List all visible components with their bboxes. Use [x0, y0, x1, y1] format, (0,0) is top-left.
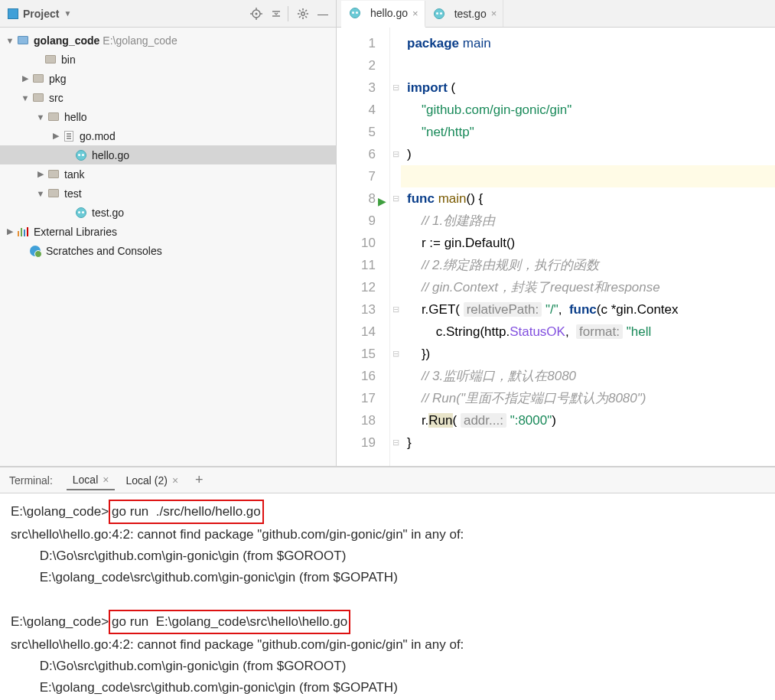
- chevron-down-icon[interactable]: ▼: [63, 9, 71, 18]
- svg-point-1: [256, 12, 258, 15]
- tree-folder-tank[interactable]: ▶tank: [0, 164, 336, 184]
- editor-tabs: hello.go×test.go×: [337, 0, 775, 28]
- tree-file-testgo[interactable]: ▶test.go: [0, 203, 336, 222]
- tree-file-gomod[interactable]: ▶go.mod: [0, 126, 336, 145]
- tree-folder-pkg[interactable]: ▶pkg: [0, 69, 336, 88]
- run-gutter-icon[interactable]: ▶: [378, 190, 386, 213]
- sidebar-header: Project ▼ —: [0, 0, 336, 28]
- gear-icon[interactable]: [295, 5, 311, 22]
- root-path: E:\golang_code: [103, 34, 177, 47]
- terminal-tab[interactable]: Local (2)×: [119, 470, 184, 490]
- code-content[interactable]: package main import ( "github.com/gin-go…: [401, 28, 775, 466]
- close-icon[interactable]: ×: [491, 8, 497, 19]
- terminal-tab[interactable]: Local×: [67, 470, 116, 490]
- tab-label: hello.go: [370, 7, 408, 19]
- tree-root[interactable]: ▼ golang_code E:\golang_code: [0, 31, 336, 50]
- close-icon[interactable]: ×: [172, 474, 178, 487]
- editor-tab[interactable]: test.go×: [425, 0, 504, 27]
- close-icon[interactable]: ×: [103, 474, 109, 486]
- tree-file-hellogo[interactable]: ▶hello.go: [0, 145, 336, 164]
- tree-folder-test[interactable]: ▼test: [0, 184, 336, 203]
- tab-label: test.go: [454, 8, 487, 20]
- terminal-label: Terminal:: [9, 474, 53, 487]
- svg-line-14: [305, 16, 307, 18]
- close-icon[interactable]: ×: [412, 8, 418, 19]
- svg-line-13: [299, 10, 301, 11]
- project-icon: [8, 8, 18, 19]
- terminal-add-button[interactable]: +: [190, 472, 208, 488]
- svg-line-16: [305, 10, 307, 11]
- sidebar-title[interactable]: Project: [23, 8, 59, 20]
- line-gutter: ▶ 12345678910111213141516171819: [337, 28, 390, 466]
- tree-folder-bin[interactable]: ▶bin: [0, 50, 336, 69]
- root-name: golang_code: [34, 34, 99, 47]
- svg-point-8: [301, 11, 304, 15]
- project-sidebar: Project ▼ — ▼ golang_code E:\golang_code…: [0, 0, 337, 466]
- locate-icon[interactable]: [248, 5, 265, 22]
- tree-scratches[interactable]: ▶Scratches and Consoles: [0, 241, 336, 260]
- terminal-tabs: Terminal: Local×Local (2)× +: [0, 467, 775, 493]
- collapse-icon[interactable]: [268, 5, 285, 22]
- code-area[interactable]: ▶ 12345678910111213141516171819 ⊟⊟⊟⊟⊟⊟ p…: [337, 28, 775, 466]
- tree-folder-src[interactable]: ▼src: [0, 88, 336, 107]
- svg-line-15: [299, 16, 301, 18]
- terminal-output[interactable]: E:\golang_code>go run ./src/hello/hello.…: [0, 493, 775, 700]
- tree-folder-hello[interactable]: ▼hello: [0, 107, 336, 126]
- editor-pane: hello.go×test.go× ▶ 12345678910111213141…: [337, 0, 775, 466]
- project-tree[interactable]: ▼ golang_code E:\golang_code ▶bin ▶pkg ▼…: [0, 28, 336, 466]
- editor-tab[interactable]: hello.go×: [341, 1, 425, 28]
- terminal-panel: Terminal: Local×Local (2)× + E:\golang_c…: [0, 467, 775, 700]
- minimize-icon[interactable]: —: [314, 5, 331, 22]
- tree-external-libraries[interactable]: ▶External Libraries: [0, 222, 336, 241]
- fold-column[interactable]: ⊟⊟⊟⊟⊟⊟: [390, 28, 401, 466]
